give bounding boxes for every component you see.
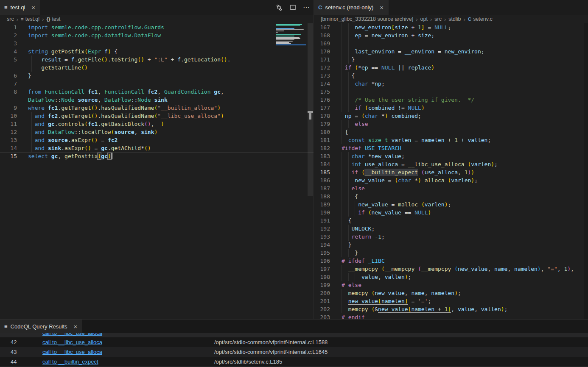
code-line[interactable]: 172 if (*ep == NULL || replace) — [314, 64, 588, 72]
code-line[interactable]: 176 /* Use the user string if given. */ — [314, 96, 588, 104]
code-line[interactable]: 203# endif — [314, 313, 588, 319]
result-row[interactable]: 43call to __libc_use_alloca/opt/src/stdi… — [0, 347, 588, 357]
minimap-line — [276, 41, 293, 42]
indent-guide — [348, 233, 349, 241]
code-line[interactable]: 194 } — [314, 241, 588, 249]
code-line[interactable]: 184 int use_alloca = __libc_use_alloca (… — [314, 160, 588, 168]
left-code-editor[interactable]: 1import semmle.code.cpp.controlflow.Guar… — [0, 23, 314, 319]
code-line[interactable]: 197 __mempcpy (__mempcpy (__mempcpy (new… — [314, 265, 588, 273]
code-line[interactable]: 12 and DataFlow::localFlow(source, sink) — [0, 128, 314, 136]
line-number: 181 — [314, 136, 330, 144]
split-editor-icon[interactable] — [289, 4, 297, 11]
code-line[interactable]: 189 new_value = malloc (varlen); — [314, 200, 588, 209]
indent-guide — [342, 192, 342, 200]
scrollbar[interactable] — [307, 23, 314, 319]
code-line[interactable]: 181 const size_t varlen = namelen + 1 + … — [314, 136, 588, 144]
code-line[interactable]: 198 value, vallen); — [314, 273, 588, 281]
code-line[interactable]: 180 { — [314, 128, 588, 136]
scrollbar-slider[interactable] — [308, 23, 313, 196]
code-line[interactable]: 190 if (new_value == NULL) — [314, 209, 588, 217]
code-line[interactable]: 186 new_value = (char *) alloca (varlen)… — [314, 176, 588, 184]
code-line[interactable]: 196# ifdef _LIBC — [314, 257, 588, 265]
breadcrumb-item[interactable]: setenv.c — [473, 16, 493, 22]
code-line[interactable]: 200 memcpy (new_value, name, namelen); — [314, 289, 588, 297]
breadcrumb-item[interactable]: src — [434, 16, 442, 22]
minimap-line — [276, 32, 278, 33]
code-line[interactable]: DataFlow::Node source, DataFlow::Node si… — [0, 96, 314, 104]
code-line[interactable]: 170 last_environ = __environ = new_envir… — [314, 47, 588, 56]
line-number: 194 — [314, 241, 330, 249]
code-line[interactable]: 188 { — [314, 192, 588, 200]
scrollbar[interactable] — [584, 23, 588, 319]
code-line[interactable]: 4string getPostfix(Expr f) { — [0, 47, 314, 56]
code-line[interactable]: 187 else — [314, 184, 588, 192]
breadcrumb-item[interactable]: opt — [420, 16, 428, 22]
minimap[interactable] — [276, 24, 306, 46]
code-line[interactable]: 13 and source.asExpr() = fc2 — [0, 136, 314, 144]
result-link[interactable]: call to __libc_use_alloca — [42, 333, 214, 337]
code-line[interactable]: 3 — [0, 39, 314, 47]
code-line[interactable]: 15select gc, getPostfix(gc) — [0, 152, 314, 160]
code-line[interactable]: 171 } — [314, 56, 588, 64]
result-number — [0, 333, 42, 337]
result-link[interactable]: call to __libc_use_alloca — [42, 337, 214, 347]
indent-guide — [348, 192, 349, 200]
right-code-editor[interactable]: 167 new_environ[size + 1] = NULL;168 ep … — [314, 23, 588, 319]
code-line[interactable]: 6} — [0, 72, 314, 80]
code-line[interactable]: 168 ep = new_environ + size; — [314, 31, 588, 39]
tab-setenv-c[interactable]: C setenv.c (read-only) × — [314, 0, 389, 15]
breadcrumb-item[interactable]: [bminor_glibc_3332218 source archive] — [321, 16, 413, 22]
code-line[interactable]: 199# else — [314, 281, 588, 289]
line-number: 186 — [314, 176, 330, 184]
line-number: 190 — [314, 209, 330, 217]
code-line[interactable]: 175 — [314, 88, 588, 96]
result-link[interactable]: call to __libc_use_alloca — [42, 347, 214, 357]
code-line[interactable]: 174 char *np; — [314, 80, 588, 88]
code-line[interactable]: 169 — [314, 39, 588, 47]
code-line[interactable]: getStartLine() — [0, 64, 314, 72]
code-line[interactable]: 7 — [0, 80, 314, 88]
breadcrumb-item[interactable]: stdlib — [448, 16, 461, 22]
code-line[interactable]: 179 else — [314, 120, 588, 128]
code-line[interactable]: 192 UNLOCK; — [314, 225, 588, 233]
code-line[interactable]: 14 and sink.asExpr() = gc.getAChild*() — [0, 144, 314, 152]
code-line[interactable]: 173 { — [314, 72, 588, 80]
indent-guide — [348, 176, 349, 184]
close-icon[interactable]: × — [31, 4, 36, 11]
result-row[interactable]: 42call to __libc_use_alloca/opt/src/stdi… — [0, 337, 588, 347]
close-icon[interactable]: × — [379, 4, 384, 11]
code-line[interactable]: 1import semmle.code.cpp.controlflow.Guar… — [0, 23, 314, 31]
breadcrumb-item[interactable]: test — [52, 16, 60, 22]
code-line[interactable]: 191 { — [314, 217, 588, 225]
code-line[interactable]: 178 np = (char *) combined; — [314, 112, 588, 120]
code-line[interactable]: 9where fc1.getTarget().hasQualifiedName(… — [0, 104, 314, 112]
more-actions-icon[interactable]: ⋯ — [302, 4, 310, 11]
code-line[interactable]: 183 char *new_value; — [314, 152, 588, 160]
code-line[interactable]: 193 return -1; — [314, 233, 588, 241]
result-link[interactable]: call to __builtin_expect — [42, 357, 214, 367]
code-line[interactable]: 11 and gc.controls(fc1.getBasicBlock(), … — [0, 120, 314, 128]
line-number: 200 — [314, 289, 330, 297]
result-row[interactable]: 44call to __builtin_expect/opt/src/stdli… — [0, 357, 588, 367]
breadcrumb-item[interactable]: src — [7, 16, 14, 22]
code-line[interactable]: 202 memcpy (&new_value[namelen + 1], val… — [314, 305, 588, 313]
code-line[interactable]: 177 if (combined != NULL) — [314, 104, 588, 112]
text-cursor — [112, 153, 112, 159]
tab-codeql-query-results[interactable]: ≡ CodeQL Query Results × — [0, 320, 82, 333]
indent-guide — [342, 152, 342, 160]
line-number: 5 — [0, 56, 17, 64]
code-line[interactable]: 195 } — [314, 249, 588, 257]
code-line[interactable]: 2import semmle.code.cpp.dataflow.DataFlo… — [0, 31, 314, 39]
code-line[interactable]: 5 result = f.getFile().toString() + ":L"… — [0, 56, 314, 64]
code-line[interactable]: 201 new_value[namelen] = '='; — [314, 297, 588, 305]
code-line[interactable]: 167 new_environ[size + 1] = NULL; — [314, 23, 588, 31]
tab-test-ql[interactable]: ≡ test.ql × — [0, 0, 40, 15]
code-line[interactable]: 8from FunctionCall fc1, FunctionCall fc2… — [0, 88, 314, 96]
code-line[interactable]: 182#ifdef USE_TSEARCH — [314, 144, 588, 152]
breadcrumb-item[interactable]: test.ql — [25, 16, 39, 22]
close-icon[interactable]: × — [73, 323, 78, 330]
compare-changes-icon[interactable] — [275, 4, 283, 11]
code-line[interactable]: 10 and fc2.getTarget().hasQualifiedName(… — [0, 112, 314, 120]
code-line[interactable]: 185 if (__builtin_expect (use_alloca, 1)… — [314, 168, 588, 176]
result-row[interactable]: call to __libc_use_alloca/opt/src/stdio-… — [0, 333, 588, 337]
